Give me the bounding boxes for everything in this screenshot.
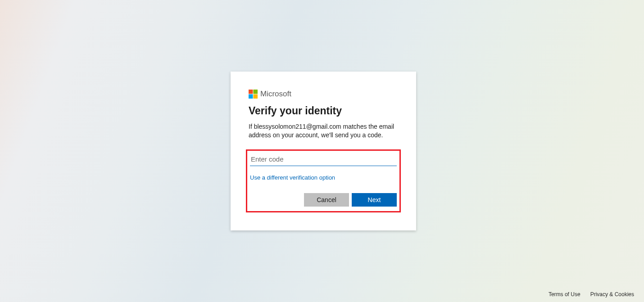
terms-of-use-link[interactable]: Terms of Use — [549, 291, 581, 297]
different-verification-link[interactable]: Use a different verification option — [250, 174, 335, 181]
microsoft-logo-icon — [249, 90, 258, 99]
footer: Terms of Use Privacy & Cookies — [549, 291, 634, 297]
svg-rect-2 — [249, 95, 253, 99]
page-title: Verify your identity — [249, 105, 398, 117]
highlighted-region: Use a different verification option Canc… — [246, 149, 401, 212]
signin-card: Microsoft Verify your identity If blessy… — [231, 72, 416, 230]
next-button[interactable]: Next — [352, 193, 397, 207]
cancel-button[interactable]: Cancel — [304, 193, 349, 207]
brand-name: Microsoft — [260, 90, 291, 99]
button-row: Cancel Next — [250, 193, 397, 207]
privacy-cookies-link[interactable]: Privacy & Cookies — [590, 291, 634, 297]
brand-row: Microsoft — [249, 90, 398, 99]
svg-rect-1 — [254, 90, 258, 94]
code-input[interactable] — [250, 153, 397, 166]
svg-rect-3 — [254, 95, 258, 99]
description-text: If blessysolomon211@gmail.com matches th… — [249, 122, 398, 140]
svg-rect-0 — [249, 90, 253, 94]
